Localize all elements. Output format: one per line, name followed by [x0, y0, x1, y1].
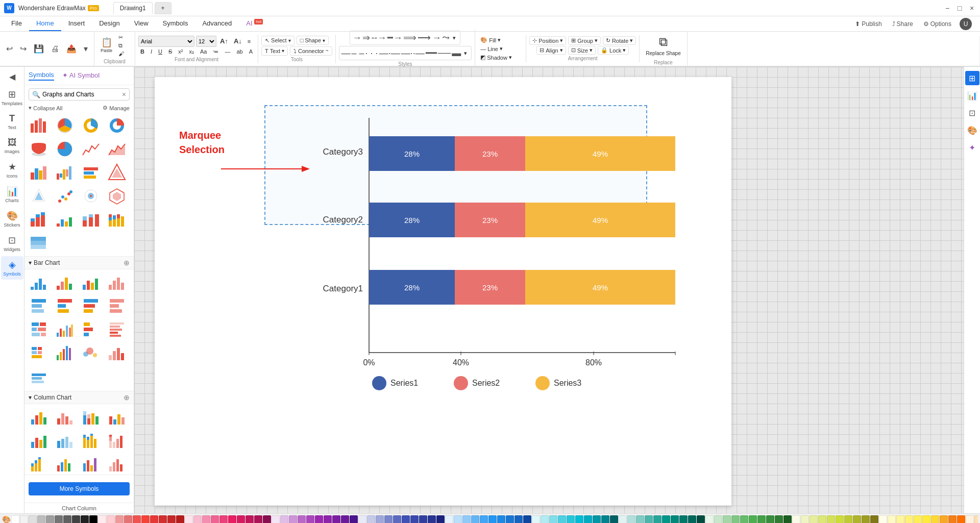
color-swatch[interactable] — [315, 515, 323, 523]
tab-ai[interactable]: AI hot — [239, 16, 270, 31]
cut-btn[interactable]: ✂ — [116, 34, 126, 41]
color-swatch[interactable] — [514, 515, 523, 523]
chart-sym-9[interactable] — [28, 161, 50, 184]
data-panel-btn[interactable]: 📊 — [965, 88, 979, 103]
color-swatch[interactable] — [931, 515, 939, 523]
styles-more2-btn[interactable]: ▾ — [462, 49, 469, 57]
color-swatch[interactable] — [610, 515, 618, 523]
paste-btn[interactable]: 📋 Paste — [97, 33, 115, 58]
symbols-tab[interactable]: Symbols — [29, 71, 54, 81]
chart-sym-4[interactable] — [106, 114, 128, 137]
manage-btn[interactable]: ⚙ Manage — [103, 105, 130, 111]
sidebar-item-templates[interactable]: ⊞ Templates — [1, 86, 23, 109]
col-chart-sym-11[interactable] — [80, 453, 102, 475]
sidebar-item-icons[interactable]: ★ Icons — [1, 158, 23, 182]
color-swatch[interactable] — [653, 515, 662, 523]
chart-sym-8[interactable] — [106, 138, 128, 160]
color-swatch[interactable] — [72, 515, 80, 523]
dropdown-arrow[interactable]: ▾ — [82, 43, 90, 55]
color-swatch[interactable] — [723, 515, 731, 523]
color-swatch[interactable] — [705, 515, 714, 523]
color-swatch[interactable] — [662, 515, 670, 523]
color-swatch[interactable] — [445, 515, 453, 523]
color-swatch[interactable] — [107, 515, 115, 523]
col-chart-sym-8[interactable] — [106, 430, 128, 452]
bar-chart-sym-14[interactable] — [54, 342, 76, 364]
chart-sym-13[interactable] — [28, 185, 50, 207]
color-swatch[interactable] — [428, 515, 436, 523]
bar-chart-sym-10[interactable] — [54, 318, 76, 341]
bar-chart-sym-17[interactable] — [28, 367, 50, 390]
chart-sym-2[interactable] — [54, 114, 76, 137]
color-swatch[interactable] — [193, 515, 202, 523]
undo-btn[interactable]: ↩ — [4, 43, 15, 55]
strikethrough-btn[interactable]: S — [166, 48, 174, 55]
color-swatch[interactable] — [697, 515, 705, 523]
color-swatch[interactable] — [853, 515, 861, 523]
color-swatch[interactable] — [523, 515, 531, 523]
color-swatch[interactable] — [63, 515, 71, 523]
sidebar-item-text[interactable]: T Text — [1, 110, 23, 133]
col-chart-sym-5[interactable] — [28, 430, 50, 452]
shadow-btn[interactable]: ◩ Shadow ▾ — [478, 54, 514, 61]
col-chart-sym-9[interactable] — [28, 453, 50, 475]
color-swatch[interactable] — [11, 515, 19, 523]
color-swatch[interactable] — [29, 515, 37, 523]
color-swatch[interactable] — [376, 515, 384, 523]
font-size-select[interactable]: 12 — [196, 36, 216, 47]
chart-sym-7[interactable] — [80, 138, 102, 160]
chart-sym-18[interactable] — [54, 208, 76, 231]
color-swatch[interactable] — [488, 515, 497, 523]
color-swatch[interactable] — [810, 515, 818, 523]
color-swatch[interactable] — [948, 515, 957, 523]
color-swatch[interactable] — [862, 515, 870, 523]
column-chart-add-btn[interactable]: ⊕ — [124, 393, 130, 402]
italic-btn[interactable]: I — [149, 48, 154, 55]
bar-chart-sym-15[interactable] — [80, 342, 102, 364]
format-panel-btn[interactable]: ⊞ — [965, 71, 979, 85]
color-swatch[interactable] — [402, 515, 410, 523]
more-symbols-btn[interactable]: More Symbols — [29, 482, 130, 495]
color-swatch[interactable] — [619, 515, 627, 523]
publish-btn[interactable]: ⬆ Publish — [853, 20, 884, 28]
chart-sym-12[interactable] — [106, 161, 128, 184]
col-chart-sym-10[interactable] — [54, 453, 76, 475]
search-input[interactable] — [42, 91, 120, 98]
tab-symbols[interactable]: Symbols — [156, 16, 195, 31]
chart-sym-17[interactable] — [28, 208, 50, 231]
color-swatch[interactable] — [775, 515, 783, 523]
color-swatch[interactable] — [818, 515, 826, 523]
color-swatch[interactable] — [541, 515, 549, 523]
color-swatch[interactable] — [393, 515, 401, 523]
color-swatch[interactable] — [497, 515, 505, 523]
sidebar-item-widgets[interactable]: ⊡ Widgets — [1, 232, 23, 255]
text-style-btn[interactable]: ab — [234, 48, 244, 55]
color-swatch[interactable] — [532, 515, 540, 523]
bar-chart-sym-8[interactable] — [106, 295, 128, 317]
color-swatch[interactable] — [55, 515, 63, 523]
color-swatch[interactable] — [280, 515, 288, 523]
color-swatch[interactable] — [254, 515, 262, 523]
color-swatch[interactable] — [20, 515, 28, 523]
col-chart-sym-4[interactable] — [106, 406, 128, 429]
color-swatch[interactable] — [584, 515, 592, 523]
color-swatch[interactable] — [185, 515, 193, 523]
select-btn[interactable]: ↖ Select ▾ — [261, 36, 295, 45]
color-swatch[interactable] — [480, 515, 488, 523]
col-chart-sym-7[interactable] — [80, 430, 102, 452]
color-swatch[interactable] — [133, 515, 141, 523]
col-chart-sym-12[interactable] — [106, 453, 128, 475]
subscript-btn[interactable]: x₂ — [187, 48, 196, 56]
color-swatch[interactable] — [176, 515, 184, 523]
color-swatch[interactable] — [211, 515, 219, 523]
export-btn[interactable]: 📤 — [64, 43, 79, 55]
align-btn[interactable]: ≡ — [246, 38, 253, 45]
color-swatch[interactable] — [46, 515, 54, 523]
col-chart-sym-2[interactable] — [54, 406, 76, 429]
shape-btn[interactable]: □ Shape ▾ — [297, 36, 329, 45]
color-swatch[interactable] — [575, 515, 583, 523]
color-swatch[interactable] — [679, 515, 688, 523]
color-swatch[interactable] — [922, 515, 930, 523]
tab-view[interactable]: View — [127, 16, 156, 31]
color-swatch[interactable] — [783, 515, 792, 523]
